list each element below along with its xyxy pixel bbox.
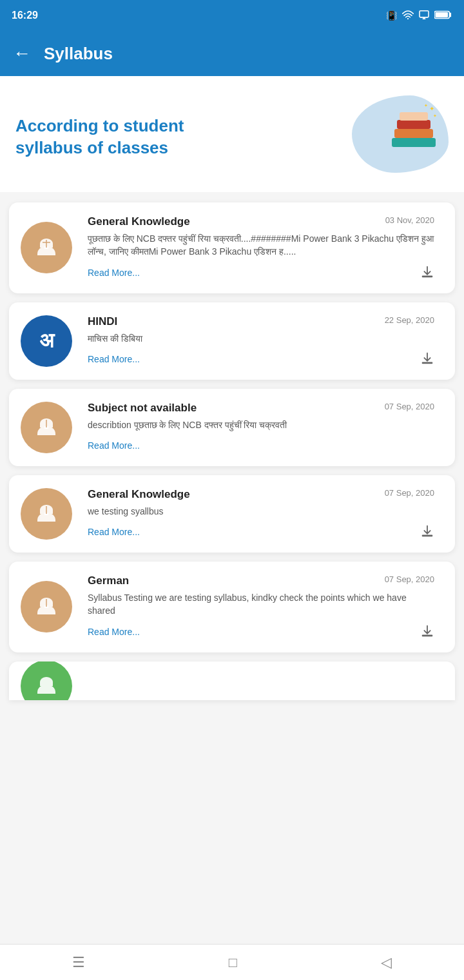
back-button[interactable]: ←	[13, 44, 31, 63]
syllabus-card: German 07 Sep, 2020 Syllabus Testing we …	[9, 562, 455, 652]
svg-text:✦: ✦	[429, 105, 434, 112]
status-bar: 16:29 📳	[0, 0, 464, 31]
book-hand-icon	[32, 233, 61, 262]
svg-point-0	[407, 17, 409, 19]
card-description: पूछताछ के लिए NCB दफ्तर पहुंचीं रिया चक्…	[88, 232, 434, 259]
svg-rect-9	[397, 120, 430, 129]
card-icon-hindi: अ	[21, 315, 72, 367]
read-more-link[interactable]: Read More...	[88, 527, 140, 537]
svg-rect-10	[400, 112, 428, 121]
hero-title: According to student syllabus of classes	[15, 115, 345, 159]
card-icon	[21, 488, 72, 540]
card-date: 22 Sep, 2020	[385, 315, 434, 325]
read-more-link[interactable]: Read More...	[88, 354, 140, 364]
card-date: 07 Sep, 2020	[385, 402, 434, 411]
download-button[interactable]	[420, 524, 434, 540]
hero-text: According to student syllabus of classes	[15, 115, 345, 159]
card-footer: Read More...	[88, 351, 434, 367]
status-icons-group: 📳	[386, 10, 452, 21]
books-illustration: ✦ ✦ ✦	[385, 101, 443, 152]
syllabus-card: अ HINDI 22 Sep, 2020 माचिस की डिबिया Rea…	[9, 302, 455, 380]
card-title: HINDI	[88, 315, 117, 328]
page-title: Syllabus	[44, 44, 113, 64]
read-more-link[interactable]: Read More...	[88, 268, 140, 278]
svg-rect-7	[392, 138, 436, 147]
card-icon	[21, 402, 72, 453]
book-hand-icon	[32, 500, 61, 528]
svg-rect-18	[422, 275, 433, 277]
vibrate-icon: 📳	[386, 10, 397, 21]
partial-card-icon	[21, 662, 72, 700]
card-date: 07 Sep, 2020	[385, 574, 434, 584]
wifi-icon	[402, 10, 414, 21]
card-icon	[21, 581, 72, 632]
svg-rect-27	[422, 634, 433, 636]
partial-card	[9, 662, 455, 700]
back-nav-button[interactable]: ◁	[381, 954, 392, 971]
card-footer: Read More...	[88, 440, 434, 451]
card-footer: Read More...	[88, 265, 434, 280]
card-content: German 07 Sep, 2020 Syllabus Testing we …	[88, 574, 434, 618]
screen-icon	[419, 10, 429, 21]
content-area: General Knowledge 03 Nov, 2020 पूछताछ के…	[0, 192, 464, 710]
svg-text:✦: ✦	[433, 113, 437, 118]
card-footer: Read More...	[88, 624, 434, 640]
card-title: Subject not available	[88, 402, 197, 415]
syllabus-card: General Knowledge 07 Sep, 2020 we testin…	[9, 475, 455, 553]
hero-image: ✦ ✦ ✦	[345, 95, 449, 179]
card-title: General Knowledge	[88, 488, 190, 501]
svg-rect-8	[394, 129, 433, 138]
card-description: Syllabus Testing we are testing syllabus…	[88, 591, 434, 618]
svg-rect-24	[422, 535, 433, 537]
home-nav-button[interactable]: □	[229, 954, 237, 971]
card-content: HINDI 22 Sep, 2020 माचिस की डिबिया	[88, 315, 434, 345]
card-title: German	[88, 574, 129, 587]
card-icon	[21, 222, 72, 273]
syllabus-card: General Knowledge 03 Nov, 2020 पूछताछ के…	[9, 202, 455, 293]
download-button[interactable]	[420, 624, 434, 640]
card-description: माचिस की डिबिया	[88, 332, 434, 345]
read-more-link[interactable]: Read More...	[88, 440, 140, 451]
download-button[interactable]	[420, 265, 434, 280]
card-date: 07 Sep, 2020	[385, 488, 434, 498]
read-more-link[interactable]: Read More...	[88, 627, 140, 637]
bottom-nav: ☰ □ ◁	[0, 944, 464, 980]
menu-nav-button[interactable]: ☰	[72, 954, 85, 971]
card-description: we testing syallbus	[88, 505, 434, 518]
card-description: describtion पूछताछ के लिए NCB दफ्तर पहुं…	[88, 418, 434, 431]
book-icon-green	[32, 672, 61, 700]
card-footer: Read More...	[88, 524, 434, 540]
svg-rect-5	[436, 12, 448, 17]
status-time: 16:29	[12, 10, 38, 21]
hindi-char: अ	[39, 329, 54, 353]
card-date: 03 Nov, 2020	[385, 215, 434, 225]
battery-icon	[434, 10, 452, 21]
book-hand-icon	[32, 593, 61, 621]
hero-section: According to student syllabus of classes…	[0, 76, 464, 192]
card-content: General Knowledge 07 Sep, 2020 we testin…	[88, 488, 434, 518]
book-hand-icon	[32, 413, 61, 442]
card-title: General Knowledge	[88, 215, 190, 228]
card-content: Subject not available 07 Sep, 2020 descr…	[88, 402, 434, 431]
svg-rect-19	[422, 362, 433, 364]
header: ← Syllabus	[0, 31, 464, 76]
svg-text:✦: ✦	[424, 103, 428, 108]
svg-rect-1	[420, 10, 429, 17]
download-button[interactable]	[420, 351, 434, 367]
card-content: General Knowledge 03 Nov, 2020 पूछताछ के…	[88, 215, 434, 259]
syllabus-card: Subject not available 07 Sep, 2020 descr…	[9, 389, 455, 466]
